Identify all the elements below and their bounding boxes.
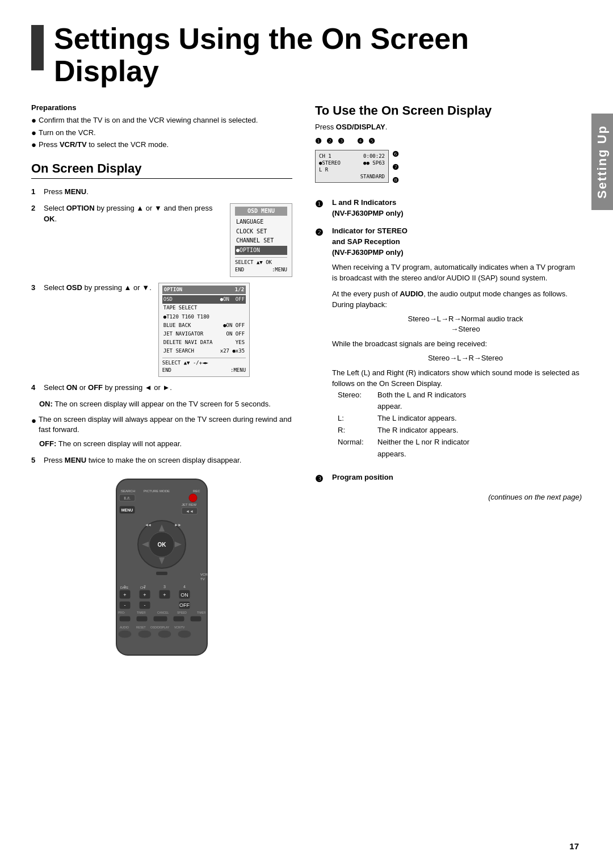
svg-text:PICTURE MODE: PICTURE MODE bbox=[144, 489, 170, 493]
left-column: Preparations ● Confirm that the TV is on… bbox=[31, 103, 292, 658]
option-box: OPTION1/2 OSD ●ON OFF TAPE SELECT ●T120 … bbox=[158, 283, 250, 376]
svg-text:+: + bbox=[163, 592, 166, 598]
side-nums: ❻ ❼ ❽ bbox=[392, 150, 399, 184]
circle-2: ❷ bbox=[326, 137, 333, 145]
prep-bullet-2: ● Turn on the VCR. bbox=[31, 128, 292, 138]
circle-4: ❹ bbox=[357, 137, 364, 145]
svg-text:CH: CH bbox=[140, 586, 145, 589]
indicator-title-2: Indicator for STEREO bbox=[332, 226, 582, 237]
title-bar: Settings Using the On Screen Display bbox=[31, 23, 582, 87]
circle-6: ❻ bbox=[392, 150, 399, 158]
svg-point-61 bbox=[138, 630, 152, 638]
lr-label-l: L: bbox=[338, 413, 377, 425]
screen-with-side-nums: CH 1 0:00:22 ●STEREO ●● SP63 L R bbox=[315, 150, 582, 188]
indicator-1: ❶ L and R Indicators (NV-FJ630PMP only) bbox=[315, 198, 582, 219]
page-title: Settings Using the On Screen Display bbox=[54, 23, 469, 87]
lr-desc-normal: Neither the L nor R indicatorappears. bbox=[377, 437, 582, 460]
off-label: OFF: bbox=[39, 439, 56, 448]
indicator-title-1: L and R Indicators bbox=[332, 198, 582, 208]
bullet-icon-1: ● bbox=[31, 115, 36, 125]
lr-desc-l: The L indicator appears. bbox=[377, 413, 582, 425]
off-note: OFF: The on screen display will not appe… bbox=[39, 439, 292, 450]
step-5: 5 Press MENU twice to make the on screen… bbox=[31, 455, 292, 466]
step-1: 1 Press MENU. bbox=[31, 187, 292, 198]
page-container: Settings Using the On Screen Display Pre… bbox=[0, 0, 613, 868]
step-3-content: Select OSD by pressing ▲ or ▼. OPTION1/2… bbox=[44, 283, 250, 376]
svg-rect-51 bbox=[119, 616, 131, 622]
screen-standard: STANDARD bbox=[360, 174, 385, 179]
svg-text:VCR: VCR bbox=[200, 573, 208, 576]
svg-text:4: 4 bbox=[183, 585, 186, 589]
indicator-2: ❷ Indicator for STEREO and SAP Reception… bbox=[315, 226, 582, 466]
option-box-header: OPTION1/2 bbox=[162, 286, 246, 294]
lr-table: Stereo: Both the L and R indicatorsappea… bbox=[338, 389, 582, 460]
osd-menu-footer: SELECT ▲▼ OK bbox=[235, 257, 287, 266]
content-columns: Preparations ● Confirm that the TV is on… bbox=[31, 103, 582, 658]
preparations-section: Preparations ● Confirm that the TV is on… bbox=[31, 103, 292, 150]
indicator-content-2: Indicator for STEREO and SAP Reception (… bbox=[332, 226, 582, 466]
lr-label-stereo: Stereo: bbox=[338, 389, 377, 413]
screen-row-2: ●STEREO ●● SP63 bbox=[319, 160, 385, 166]
indicator-desc-2: When receiving a TV program, automatical… bbox=[332, 262, 582, 284]
osd-menu-end: END:MENU bbox=[235, 266, 287, 274]
step-num-4: 4 bbox=[31, 383, 39, 393]
option-row-jet-search: JET SEARCH x27 ●x35 bbox=[162, 347, 246, 355]
stereo-formula-2: Stereo→L→R→Stereo bbox=[349, 353, 582, 364]
osd-menu-item-4: ●OPTION bbox=[235, 246, 287, 255]
svg-text:REC: REC bbox=[193, 489, 200, 493]
svg-point-6 bbox=[189, 494, 197, 502]
continues-note: (continues on the next page) bbox=[315, 493, 582, 501]
audio-desc: At the every push of AUDIO, the audio ou… bbox=[332, 288, 582, 311]
title-accent bbox=[31, 25, 44, 70]
option-row-jet-nav: JET NAVIGATOR ON OFF bbox=[162, 330, 246, 338]
indicator-content-1: L and R Indicators (NV-FJ630PMP only) bbox=[332, 198, 582, 219]
svg-text:PRO-: PRO- bbox=[118, 611, 125, 614]
svg-point-60 bbox=[118, 630, 132, 638]
step-num-3: 3 bbox=[31, 283, 39, 293]
bullet-icon-2: ● bbox=[31, 128, 36, 138]
step-text-1: Press MENU. bbox=[44, 187, 292, 198]
svg-text:OFF: OFF bbox=[179, 602, 190, 608]
option-row-delete: DELETE NAVI DATA YES bbox=[162, 338, 246, 347]
svg-text:+: + bbox=[143, 592, 146, 598]
svg-text:ON: ON bbox=[180, 592, 188, 598]
svg-text:►: ► bbox=[178, 523, 182, 527]
note-text-1: The on screen display will always appear… bbox=[39, 414, 292, 436]
option-row-osd: OSD ●ON OFF bbox=[162, 295, 246, 304]
svg-rect-52 bbox=[136, 616, 148, 622]
osd-menu-item-2: CLOCK SET bbox=[235, 227, 287, 237]
indicator-num-1: ❶ bbox=[315, 198, 329, 211]
off-text: The on screen display will not appear. bbox=[58, 439, 182, 448]
svg-rect-53 bbox=[153, 616, 167, 622]
lr-label-r: R: bbox=[338, 425, 377, 437]
option-end: END:MENU bbox=[162, 367, 246, 374]
option-row-tape: TAPE SELECT bbox=[162, 304, 246, 312]
osd-menu-select: SELECT ▲▼ OK bbox=[235, 259, 272, 266]
prep-bullet-1: ● Confirm that the TV is on and the VCR … bbox=[31, 115, 292, 125]
indicator-content-3: Program position bbox=[332, 472, 582, 483]
screen-sp: ●● SP63 bbox=[363, 160, 385, 166]
indicator-show-desc: The Left (L) and Right (R) indicators sh… bbox=[332, 367, 582, 389]
page-number: 17 bbox=[569, 841, 579, 851]
remote-image-container: SEARCH PICTURE MODE REC II./I. MENU JET … bbox=[31, 476, 292, 658]
prep-text-2: Turn on the VCR. bbox=[39, 128, 96, 138]
indicator-title-3: Program position bbox=[332, 472, 582, 483]
lr-desc-r: The R indicator appears. bbox=[377, 425, 582, 437]
note-bullet-1: ● The on screen display will always appe… bbox=[31, 414, 292, 436]
step-4: 4 Select ON or OFF by pressing ◄ or ►. bbox=[31, 383, 292, 393]
svg-text:-: - bbox=[124, 602, 126, 608]
preparations-title: Preparations bbox=[31, 103, 292, 112]
svg-text:RESET: RESET bbox=[136, 626, 146, 629]
svg-text:MENU: MENU bbox=[121, 508, 133, 512]
step-num-5: 5 bbox=[31, 455, 39, 466]
step-num-2: 2 bbox=[31, 203, 39, 214]
on-text: The on screen display will appear on the… bbox=[54, 400, 271, 408]
screen-row-4: STANDARD bbox=[319, 173, 385, 180]
screen-time: 0:00:22 bbox=[363, 153, 385, 159]
circle-8: ❽ bbox=[392, 176, 399, 184]
prep-bullet-3: ● Press VCR/TV to select the VCR mode. bbox=[31, 140, 292, 150]
osd-menu-item-3: CHANNEL SET bbox=[235, 236, 287, 246]
screen-stereo: ●STEREO bbox=[319, 160, 341, 166]
option-footer: SELECT ▲▼ -/+◄► bbox=[162, 358, 246, 367]
svg-text:JET REW: JET REW bbox=[182, 503, 197, 506]
